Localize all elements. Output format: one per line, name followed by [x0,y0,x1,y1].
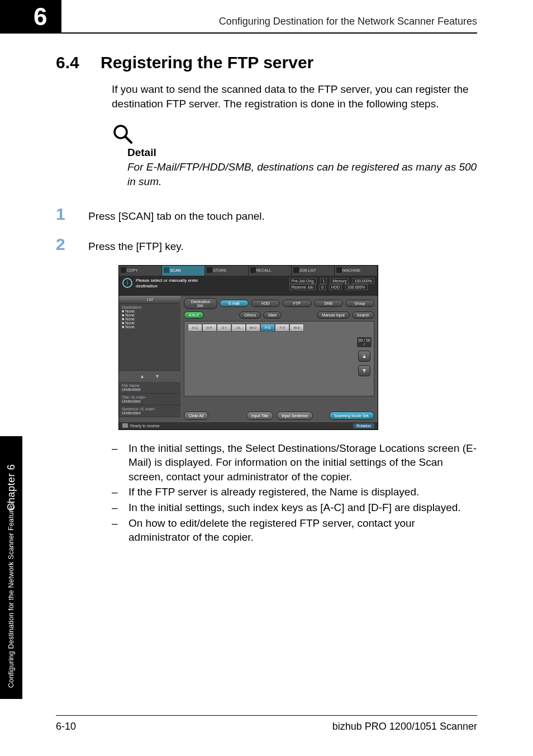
machine-icon [336,267,342,273]
job-r1c0: Reserve Job [289,284,316,290]
ui-left-column: List Destination ■ None ■ None ■ None ■ … [119,296,180,422]
chapter-corner-tab: 6 [0,0,61,34]
index-df[interactable]: D-F [202,324,217,332]
dest-down-icon[interactable]: ▼ [155,374,160,379]
ui-right-column: Destination Set. E-mail HDD FTP SMB Grou… [180,296,378,422]
job-r0c3: 100.000% [352,278,374,284]
chapter-number: 6 [0,0,61,31]
list-pager: 00 / 00 / ▲ ▼ [357,337,372,376]
note-3-text: In the initial settings, such index keys… [129,500,461,515]
atoz-button[interactable]: A to Z [184,311,204,319]
main-button[interactable]: Main [263,311,282,319]
smb-pill[interactable]: SMB [314,300,343,307]
dest-scroll-arrows[interactable]: ▲▼ [119,371,180,382]
note-2-text: If the FTP server is already registered,… [129,485,419,499]
step-1-text: Press [SCAN] tab on the touch panel. [88,210,265,223]
ui-main-area: List Destination ■ None ■ None ■ None ■ … [119,296,378,422]
tab-store[interactable]: STORE [205,266,248,276]
tab-recall[interactable]: RECALL [249,266,292,276]
page-up-button[interactable]: ▲ [358,351,370,362]
note-1-text: In the initial settings, the Select Dest… [129,441,477,484]
index-gi[interactable]: G-I [217,324,231,332]
tab-copy[interactable]: COPY [119,266,162,276]
job-r0c0: Pre-Job Orig. [289,278,317,284]
dest-item-4: ■ None [122,325,178,329]
others-button[interactable]: Others [239,311,261,319]
detail-note: Detail For E-Mail/FTP/HDD/SMB, destinati… [112,123,477,188]
product-name: bizhub PRO 1200/1051 Scanner [332,721,477,733]
dest-item-0: ■ None [122,309,178,313]
notes-list: –In the initial settings, the Select Des… [112,441,477,545]
ftp-pill[interactable]: FTP [282,300,311,307]
title-value: Undecided [122,399,178,403]
scanning-mode-set-button[interactable]: Scanning Mode Set. [329,412,374,420]
index-ac[interactable]: A-C [188,324,202,332]
destination-block: Destination ■ None ■ None ■ None ■ None … [119,304,180,371]
info-message: Please select or manually enter destinat… [136,276,231,296]
index-jl[interactable]: J-L [231,324,246,332]
header-rule [61,32,477,34]
tab-machine[interactable]: MACHINE [335,266,378,276]
svg-line-1 [125,136,131,143]
running-head: Configuring Destination for the Network … [219,16,477,27]
note-4: –On how to edit/delete the registered FT… [112,516,477,545]
footer-rule [56,715,477,716]
dest-item-2: ■ None [122,317,178,321]
ui-info-bar: i Please select or manually enter destin… [119,276,378,296]
tab-scan[interactable]: SCAN [162,266,205,276]
dest-item-3: ■ None [122,321,178,325]
step-2-number: 2 [56,235,88,254]
search-button[interactable]: Search [352,311,374,319]
destination-label: Destination [122,305,178,309]
index-ps[interactable]: P-S [260,324,275,332]
note-2: –If the FTP server is already registered… [112,485,477,499]
hdd-pill[interactable]: HDD [251,300,280,307]
manual-input-button[interactable]: Manual Input [317,311,349,319]
job-r0c2: Memory [330,278,349,284]
job-r0c1: 1 [320,278,327,284]
rotation-button[interactable]: Rotation [353,423,374,428]
step-2: 2 Press the [FTP] key. [56,235,477,254]
index-wz[interactable]: W-Z [289,324,304,332]
step-1-number: 1 [56,205,88,224]
note-3: –In the initial settings, such index key… [112,500,477,515]
email-pill[interactable]: E-mail [220,300,249,307]
detail-text: For E-Mail/FTP/HDD/SMB, destinations can… [127,160,477,188]
ui-tabbar: COPY SCAN STORE RECALL JOB LIST MACHINE [119,266,378,276]
store-icon [207,267,212,273]
tab-scan-label: SCAN [170,268,180,272]
ui-status-bar: Ready to receive Rotation [119,422,378,429]
section-number: 6.4 [56,53,101,72]
status-ready: Ready to receive [130,424,160,428]
filename-value: Undecided [122,388,178,391]
tab-joblist[interactable]: JOB LIST [292,266,335,276]
title-label: Title <E-mail> [122,395,178,399]
dest-item-1: ■ None [122,313,178,317]
intro-paragraph: If you want to send the scanned data to … [112,82,477,111]
joblist-icon [293,267,299,273]
input-sentence-button[interactable]: Input Sentence [277,412,313,420]
index-tv[interactable]: T-V [275,324,289,332]
title-block: Title <E-mail> Undecided [119,394,180,405]
input-title-button[interactable]: Input Title [246,412,273,420]
list-area: A-C D-F G-I J-L M-O P-S T-V W-Z 00 / 00 … [184,321,374,396]
filename-block: File Name Undecided [119,382,180,394]
recall-icon [250,267,256,273]
page-number: 6-10 [56,721,76,733]
page-down-button[interactable]: ▼ [358,365,370,376]
page-counter: 00 / 00 / [357,337,372,347]
copy-icon [121,267,126,273]
job-info: Pre-Job Orig. 1 Memory 100.000% Reserve … [286,276,378,296]
clear-all-button[interactable]: Clear All [184,412,208,420]
step-2-text: Press the [FTP] key. [88,240,184,253]
destination-set-pill[interactable]: Destination Set. [184,298,217,309]
bottom-row: Clear All Input Title Input Sentence Sca… [184,412,374,420]
list-button[interactable]: List [119,296,180,304]
detail-label: Detail [127,147,477,159]
job-r1c1: 0 [319,284,326,290]
dest-up-icon[interactable]: ▲ [140,374,145,379]
group-pill[interactable]: Group [345,300,374,307]
job-r1c2: HDD [329,284,342,290]
sentence-label: Sentence <E-mail> [122,407,178,411]
index-mo[interactable]: M-O [246,324,260,332]
